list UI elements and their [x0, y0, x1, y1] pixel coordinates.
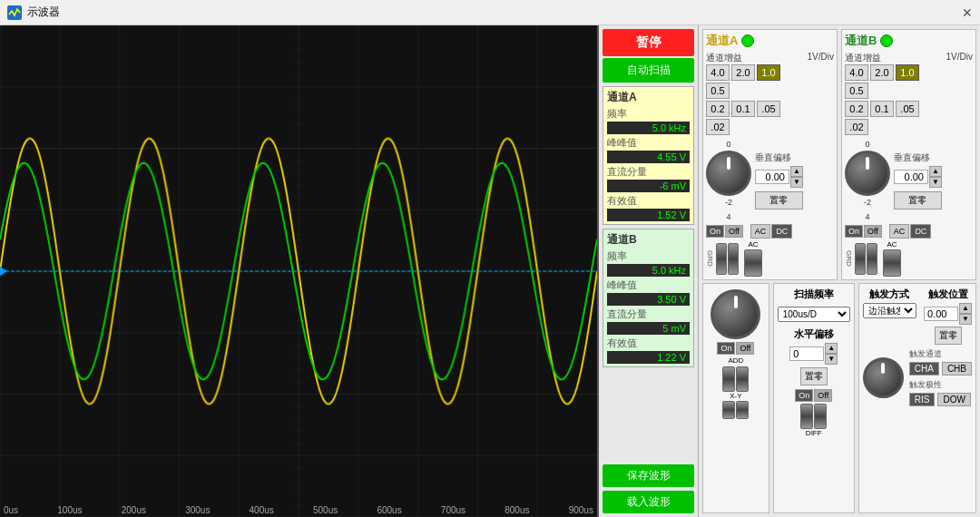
on-scan-button[interactable]: On: [717, 342, 735, 355]
trig-pos-value[interactable]: [924, 307, 958, 321]
knob-b[interactable]: [845, 151, 890, 196]
off-scan-button[interactable]: Off: [736, 342, 754, 355]
cha-button[interactable]: CHA: [909, 362, 939, 376]
freq-a-label: 频率: [607, 107, 690, 121]
trigger-box: 触发方式 边沿触发 脉冲触发 斜率触发 触发位置 ▲: [858, 283, 976, 513]
on-a-button[interactable]: On: [706, 225, 724, 238]
offset-a-arrows: ▲ ▼: [790, 166, 803, 188]
diff-bar1[interactable]: [800, 404, 813, 429]
offset-a-up[interactable]: ▲: [790, 166, 803, 177]
dc-b-value: 5 mV: [607, 322, 690, 335]
window-title: 示波器: [27, 5, 60, 20]
off-b-button[interactable]: Off: [864, 225, 882, 238]
gain-b-01[interactable]: 0.1: [870, 101, 894, 117]
hz-reset-button[interactable]: 置零: [800, 367, 828, 385]
time-label-2: 200us: [122, 505, 146, 515]
vdiv-a-label: 1V/Div: [808, 52, 834, 62]
offset-b-value[interactable]: [894, 170, 928, 184]
gain-b-02[interactable]: 0.2: [845, 101, 868, 117]
dc-b-button[interactable]: DC: [910, 224, 931, 239]
add-bar1[interactable]: [722, 366, 735, 392]
gain-b-002[interactable]: .02: [845, 119, 868, 135]
save-button[interactable]: 保存波形: [603, 464, 694, 487]
gain-b-005[interactable]: .05: [896, 101, 919, 117]
gnd-b-bar1[interactable]: [855, 243, 866, 275]
gain-b-2[interactable]: 2.0: [870, 64, 894, 81]
channel-a-section: 通道A 频率 5.0 kHz 峰峰值 4.55 V 直流分量 -6 mV 有效值…: [603, 86, 694, 225]
close-button[interactable]: ✕: [962, 5, 973, 20]
offset-a-value[interactable]: [755, 170, 789, 184]
gain-a-005[interactable]: .05: [757, 101, 780, 117]
gain-b-4[interactable]: 4.0: [845, 64, 868, 81]
dc-a-button[interactable]: DC: [771, 224, 792, 239]
right-panel: 通道A 通道增益 4.0 2.0 1.0 0.5 0.2: [699, 25, 980, 517]
auto-scan-button[interactable]: 自动扫描: [603, 58, 694, 83]
gain-a-05[interactable]: 0.5: [706, 83, 730, 99]
gain-a-2[interactable]: 2.0: [731, 64, 755, 81]
onoff-b-group: On Off: [845, 225, 882, 238]
knob-a[interactable]: [706, 151, 751, 196]
ac-b-button[interactable]: AC: [889, 224, 910, 239]
on-b-button[interactable]: On: [845, 225, 863, 238]
knob-b-scale-top: 0: [865, 140, 869, 149]
channel-b-title: 通道B: [607, 232, 690, 248]
scan-knob[interactable]: [710, 289, 760, 339]
offset-b-up[interactable]: ▲: [929, 166, 942, 177]
ch-b-led: [880, 34, 893, 47]
off-hz-button[interactable]: Off: [814, 389, 832, 402]
gain-b-1[interactable]: 1.0: [896, 64, 919, 81]
off-a-button[interactable]: Off: [725, 225, 743, 238]
pause-button[interactable]: 暂停: [603, 29, 694, 56]
vpp-a-value: 4.55 V: [607, 151, 690, 163]
gnd-a-bar2[interactable]: [728, 243, 739, 275]
rms-b-value: 1.22 V: [607, 351, 690, 364]
chb-button[interactable]: CHB: [942, 362, 972, 376]
gain-a-4[interactable]: 4.0: [706, 64, 730, 81]
acac-bar[interactable]: [744, 249, 762, 277]
load-button[interactable]: 载入波形: [603, 491, 694, 513]
trigger-title: 触发方式: [869, 288, 909, 301]
gain-a-row1: 4.0 2.0 1.0 0.5: [706, 64, 800, 99]
vpp-a-label: 峰峰值: [607, 136, 690, 150]
trig-pos-down[interactable]: ▼: [959, 314, 972, 325]
time-label-1: 100us: [57, 505, 82, 515]
time-label-0: 0us: [4, 505, 18, 515]
gain-a-02[interactable]: 0.2: [706, 101, 730, 117]
on-hz-button[interactable]: On: [795, 389, 813, 402]
ris-button[interactable]: RIS: [909, 393, 936, 406]
offset-b-area: 垂直偏移 ▲ ▼ 置零: [894, 151, 942, 210]
gain-a-002[interactable]: .02: [706, 119, 730, 135]
reset-b-button[interactable]: 置零: [894, 191, 942, 210]
hz-offset-down[interactable]: ▼: [825, 354, 838, 365]
gnd-a-bar1[interactable]: [716, 243, 727, 275]
acdc-b-bar[interactable]: [883, 249, 901, 277]
ch-a-led: [741, 34, 754, 47]
gain-a-1[interactable]: 1.0: [757, 64, 780, 81]
trig-pos-reset[interactable]: 置零: [935, 327, 962, 345]
trigger-mode-select[interactable]: 边沿触发 脉冲触发 斜率触发: [863, 303, 916, 318]
vpp-b-label: 峰峰值: [607, 278, 690, 292]
dow-button[interactable]: DOW: [937, 393, 970, 406]
ac-a-button[interactable]: AC: [750, 224, 771, 239]
add-bar2[interactable]: [736, 366, 749, 392]
vert-offset-a-label: 垂直偏移: [755, 151, 803, 164]
xy-bar1[interactable]: [722, 401, 735, 419]
hz-offset-value[interactable]: [789, 346, 824, 361]
trig-pos-up[interactable]: ▲: [959, 303, 972, 314]
gnd-b-label: GRD: [845, 250, 853, 267]
offset-a-down[interactable]: ▼: [790, 177, 803, 188]
middle-panel: 暂停 自动扫描 通道A 频率 5.0 kHz 峰峰值 4.55 V 直流分量 -…: [599, 25, 699, 517]
gain-b-05[interactable]: 0.5: [845, 83, 868, 99]
channel-a-controls: 通道A 通道增益 4.0 2.0 1.0 0.5 0.2: [702, 29, 838, 280]
hz-offset-up[interactable]: ▲: [825, 343, 838, 354]
reset-a-button[interactable]: 置零: [755, 191, 803, 210]
trigger-knob[interactable]: [863, 357, 904, 398]
scan-freq-select[interactable]: 100us/D 10us/D 50us/D 500us/D 1ms/D: [778, 307, 850, 322]
gnd-b-bar2[interactable]: [867, 243, 877, 275]
diff-bar2[interactable]: [814, 404, 827, 429]
trig-ch-label: 触发通道: [909, 348, 972, 360]
xy-bar2[interactable]: [736, 401, 749, 419]
offset-b-down[interactable]: ▼: [929, 177, 942, 188]
scan-freq-title: 扫描频率: [794, 288, 834, 301]
gain-a-01[interactable]: 0.1: [731, 101, 755, 117]
